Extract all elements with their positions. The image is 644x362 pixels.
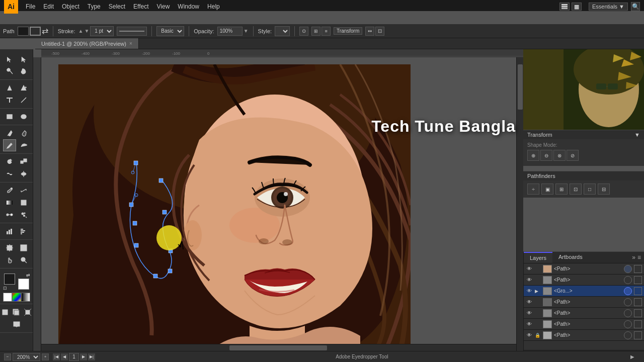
menu-view[interactable]: View — [153, 2, 174, 11]
style-basic-select[interactable]: Basic — [156, 26, 184, 36]
merge-button[interactable]: ⊞ — [555, 184, 568, 195]
layer-row[interactable]: 👁 ▶ <Gro...> — [524, 286, 644, 297]
unite-button[interactable]: ⊕ — [527, 150, 539, 161]
menu-object[interactable]: Object — [58, 2, 83, 11]
mesh-tool[interactable] — [17, 197, 30, 209]
layer-row[interactable]: 👁 <Path> — [524, 308, 644, 319]
symbol-sprayer-tool[interactable] — [17, 209, 30, 221]
type-tool[interactable] — [3, 94, 16, 106]
intersect-button[interactable]: ⊗ — [553, 150, 566, 161]
layer-target-circle[interactable] — [624, 298, 632, 306]
layer-row[interactable]: 👁 <Path> — [524, 275, 644, 286]
layer-name[interactable]: <Path> — [554, 321, 622, 327]
exclude-button[interactable]: ⊘ — [567, 150, 579, 161]
zoom-select[interactable]: 200% 100%50%25% — [13, 353, 40, 361]
layer-lock[interactable] — [634, 287, 642, 295]
ellipse-tool[interactable] — [17, 111, 30, 123]
search-button[interactable]: 🔍 — [631, 2, 640, 11]
scale-tool[interactable] — [17, 156, 30, 168]
direct-selection-tool[interactable] — [17, 53, 30, 65]
smooth-tool[interactable] — [17, 139, 30, 151]
column-graph-tool[interactable] — [3, 225, 16, 237]
pencil-tool[interactable] — [3, 139, 16, 151]
vertical-scrollbar[interactable] — [516, 49, 523, 351]
line-segment-tool[interactable] — [17, 94, 30, 106]
eyedropper-tool[interactable] — [3, 185, 16, 197]
draw-inside-mode[interactable] — [23, 306, 33, 318]
layer-lock[interactable] — [634, 265, 642, 273]
hand-tool[interactable] — [3, 254, 16, 266]
zoom-tool[interactable] — [17, 254, 30, 266]
layer-name[interactable]: <Path> — [554, 266, 622, 272]
outline-button[interactable]: □ — [584, 184, 596, 195]
none-swatch[interactable] — [3, 293, 12, 302]
layer-target-circle[interactable] — [624, 276, 632, 284]
stroke-down-icon[interactable]: ▼ — [84, 28, 89, 34]
menu-file[interactable]: File — [22, 2, 39, 11]
zoom-control[interactable]: − 200% 100%50%25% + — [4, 353, 49, 361]
menu-type[interactable]: Type — [84, 2, 104, 11]
layer-name[interactable]: <Path> — [554, 332, 622, 338]
fill-swatch[interactable] — [18, 27, 29, 36]
crop-button[interactable]: ⊡ — [570, 184, 582, 195]
horizontal-scrollbar[interactable]: ◀ ▶ — [33, 344, 523, 351]
layer-name[interactable]: <Path> — [554, 299, 622, 305]
lasso-tool[interactable] — [17, 65, 30, 77]
default-colors-icon[interactable]: ⊡ — [3, 286, 7, 291]
layout-icon[interactable]: ▦ — [572, 3, 582, 11]
divide-button[interactable]: ÷ — [527, 184, 539, 195]
opacity-value[interactable]: 100% — [217, 27, 243, 36]
first-page-button[interactable]: |◀ — [53, 353, 60, 360]
blend-tool[interactable] — [3, 209, 16, 221]
layer-group-expand-icon[interactable]: ▶ — [535, 289, 541, 294]
artboards-tab[interactable]: Artboards — [552, 252, 589, 263]
slice-tool[interactable] — [17, 242, 30, 254]
artboard-tool[interactable] — [3, 242, 16, 254]
horizontal-scrollthumb[interactable] — [229, 345, 328, 350]
zoom-in-button[interactable]: + — [42, 353, 49, 360]
selection-tool[interactable] — [3, 53, 16, 65]
layer-name[interactable]: <Path> — [554, 277, 622, 283]
swap-colors-icon[interactable]: ⇄ — [26, 273, 30, 278]
stroke-swatch[interactable] — [18, 279, 29, 290]
layer-row[interactable]: 👁 🔒 <Path> — [524, 330, 644, 341]
menu-edit[interactable]: Edit — [40, 2, 57, 11]
layer-lock[interactable] — [634, 320, 642, 328]
blob-brush-tool[interactable] — [17, 127, 30, 139]
paintbrush-tool[interactable] — [3, 127, 16, 139]
layer-visibility-icon[interactable]: 👁 — [526, 266, 533, 272]
document-canvas[interactable] — [58, 64, 411, 351]
pen-tool[interactable] — [3, 82, 16, 94]
stroke-up-icon[interactable]: ▲ — [78, 28, 84, 34]
menu-select[interactable]: Select — [105, 2, 129, 11]
layer-target-circle[interactable] — [624, 309, 632, 317]
warp-tool[interactable] — [3, 168, 16, 180]
magic-wand-tool[interactable] — [3, 65, 16, 77]
color-swatch[interactable] — [12, 293, 21, 302]
fill-swatch[interactable] — [4, 274, 15, 285]
warp-icon[interactable]: ↭ — [365, 27, 374, 36]
align-icon[interactable]: ≡ — [321, 27, 331, 36]
transform-panel-title[interactable]: Transform ▼ — [523, 130, 644, 139]
stroke-swatch[interactable] — [30, 27, 41, 36]
layer-lock[interactable] — [634, 309, 642, 317]
add-anchor-tool[interactable] — [17, 82, 30, 94]
layer-visibility-icon[interactable]: 👁 — [526, 277, 533, 283]
layer-target-circle[interactable] — [624, 265, 632, 273]
layer-name[interactable]: <Gro...> — [554, 288, 622, 294]
menu-window[interactable]: Window — [174, 2, 203, 11]
prev-page-button[interactable]: ◀ — [61, 353, 68, 360]
zoom-out-button[interactable]: − — [4, 353, 11, 360]
layer-row[interactable]: 👁 <Path> — [524, 319, 644, 330]
layer-row[interactable]: 👁 <Path> — [524, 297, 644, 308]
width-tool[interactable] — [17, 168, 30, 180]
swap-fill-stroke-icon[interactable]: ⇄ — [42, 26, 48, 36]
layers-panel-menu-icon[interactable]: ≡ — [637, 254, 641, 261]
screen-mode[interactable] — [10, 318, 23, 330]
pathfinder-title[interactable]: Pathfinders — [523, 171, 644, 180]
arrange-icon[interactable]: ⊞ — [311, 27, 320, 36]
status-bar-expand-icon[interactable]: ▶ — [629, 353, 636, 360]
layer-target-circle[interactable] — [624, 287, 632, 295]
document-tab[interactable]: Untitled-1 @ 200% (RGB/Preview) × — [35, 38, 139, 49]
workspace-switcher-icon[interactable] — [559, 3, 570, 11]
